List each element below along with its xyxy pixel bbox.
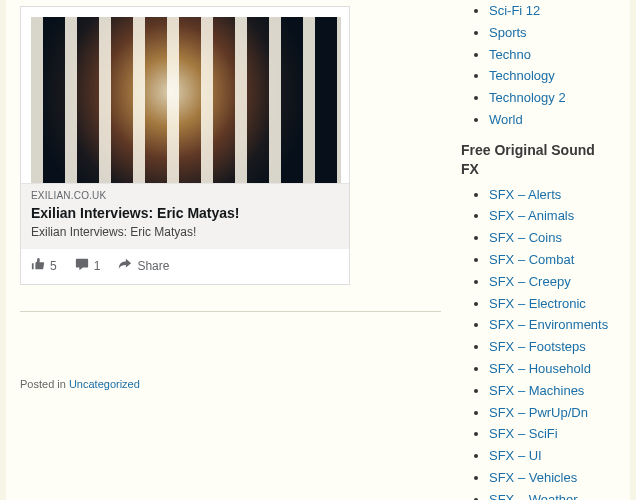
like-button[interactable]: 5 xyxy=(31,257,57,274)
share-label: Share xyxy=(137,259,169,273)
sfx-item: SFX – Vehicles xyxy=(489,468,616,489)
sfx-item: SFX – Animals xyxy=(489,206,616,227)
sfx-item: SFX – Household xyxy=(489,359,616,380)
sfx-item: SFX – SciFi xyxy=(489,424,616,445)
sfx-item: SFX – Alerts xyxy=(489,185,616,206)
post-meta: Posted in Uncategorized xyxy=(20,378,441,390)
comment-icon xyxy=(75,257,89,274)
category-item: Sci-Fi 12 xyxy=(489,1,616,22)
card-body: EXILIAN.CO.UK Exilian Interviews: Eric M… xyxy=(21,183,349,249)
sfx-link[interactable]: SFX – Weather xyxy=(489,492,578,500)
category-link[interactable]: Technology xyxy=(489,68,555,83)
sfx-link[interactable]: SFX – UI xyxy=(489,448,542,463)
category-link[interactable]: Uncategorized xyxy=(69,378,140,390)
category-item: Technology 2 xyxy=(489,88,616,109)
sfx-link[interactable]: SFX – PwrUp/Dn xyxy=(489,405,588,420)
category-list-top: Sci-Fi 12SportsTechnoTechnologyTechnolog… xyxy=(461,1,616,131)
card-image xyxy=(31,17,341,183)
sfx-item: SFX – Footsteps xyxy=(489,337,616,358)
sfx-item: SFX – Electronic xyxy=(489,294,616,315)
sfx-link[interactable]: SFX – Footsteps xyxy=(489,339,586,354)
sfx-item: SFX – Weather xyxy=(489,490,616,500)
sfx-item: SFX – UI xyxy=(489,446,616,467)
sfx-heading: Free Original Sound FX xyxy=(461,141,616,179)
sfx-link[interactable]: SFX – Environments xyxy=(489,317,608,332)
sfx-link[interactable]: SFX – Coins xyxy=(489,230,562,245)
sidebar: Sci-Fi 12SportsTechnoTechnologyTechnolog… xyxy=(455,0,630,500)
category-item: World xyxy=(489,110,616,131)
sfx-link[interactable]: SFX – Vehicles xyxy=(489,470,577,485)
category-link[interactable]: Sports xyxy=(489,25,527,40)
share-button[interactable]: Share xyxy=(118,257,169,274)
card-footer: 5 1 Share xyxy=(21,249,349,284)
posted-prefix: Posted in xyxy=(20,378,69,390)
card-title: Exilian Interviews: Eric Matyas! xyxy=(31,205,339,221)
sfx-list: SFX – AlertsSFX – AnimalsSFX – CoinsSFX … xyxy=(461,185,616,500)
main-content: EXILIAN.CO.UK Exilian Interviews: Eric M… xyxy=(6,0,455,500)
sfx-link[interactable]: SFX – SciFi xyxy=(489,426,558,441)
comment-count: 1 xyxy=(94,259,101,273)
sfx-item: SFX – PwrUp/Dn xyxy=(489,403,616,424)
card-domain: EXILIAN.CO.UK xyxy=(31,190,339,201)
sfx-link[interactable]: SFX – Animals xyxy=(489,208,574,223)
sfx-item: SFX – Combat xyxy=(489,250,616,271)
sfx-link[interactable]: SFX – Electronic xyxy=(489,296,586,311)
category-item: Sports xyxy=(489,23,616,44)
category-link[interactable]: Techno xyxy=(489,47,531,62)
category-link[interactable]: Technology 2 xyxy=(489,90,566,105)
link-preview-card[interactable]: EXILIAN.CO.UK Exilian Interviews: Eric M… xyxy=(20,6,350,285)
category-link[interactable]: World xyxy=(489,112,523,127)
sfx-link[interactable]: SFX – Household xyxy=(489,361,591,376)
category-item: Technology xyxy=(489,66,616,87)
category-item: Techno xyxy=(489,45,616,66)
sfx-link[interactable]: SFX – Creepy xyxy=(489,274,571,289)
sfx-item: SFX – Coins xyxy=(489,228,616,249)
content-divider xyxy=(20,311,441,312)
sfx-link[interactable]: SFX – Alerts xyxy=(489,187,561,202)
card-description: Exilian Interviews: Eric Matyas! xyxy=(31,225,339,239)
sfx-item: SFX – Machines xyxy=(489,381,616,402)
like-count: 5 xyxy=(50,259,57,273)
category-link[interactable]: Sci-Fi 12 xyxy=(489,3,540,18)
thumbs-up-icon xyxy=(31,257,45,274)
sfx-item: SFX – Environments xyxy=(489,315,616,336)
sfx-item: SFX – Creepy xyxy=(489,272,616,293)
share-icon xyxy=(118,257,132,274)
sfx-link[interactable]: SFX – Machines xyxy=(489,383,584,398)
comment-button[interactable]: 1 xyxy=(75,257,101,274)
sfx-link[interactable]: SFX – Combat xyxy=(489,252,574,267)
